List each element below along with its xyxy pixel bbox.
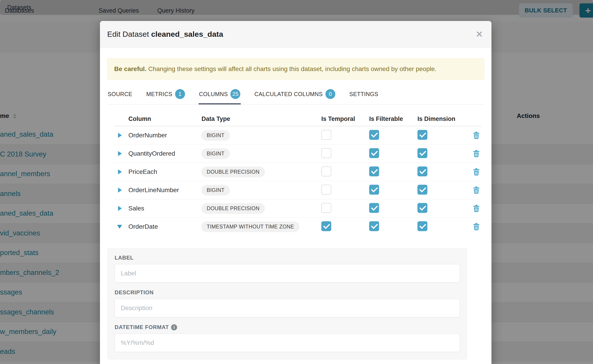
expand-caret-icon[interactable]	[118, 133, 122, 138]
modal-title: Edit Dataset cleaned_sales_data	[107, 30, 223, 39]
column-name: OrderDate	[127, 223, 200, 230]
data-type-pill: DOUBLE PRECISION	[201, 203, 265, 214]
expand-caret-icon[interactable]	[118, 188, 122, 193]
is-temporal-checkbox[interactable]	[321, 203, 331, 213]
is-dimension-checkbox[interactable]	[417, 203, 427, 213]
is-temporal-checkbox[interactable]	[321, 166, 331, 176]
data-type-pill: TIMESTAMP WITHOUT TIME ZONE	[201, 221, 299, 232]
is-dimension-checkbox[interactable]	[417, 221, 427, 231]
is-temporal-checkbox[interactable]	[321, 130, 331, 140]
column-row: OrderLineNumber BIGINT	[114, 181, 481, 199]
is-filterable-checkbox[interactable]	[369, 221, 379, 231]
is-filterable-header: Is Filterable	[369, 116, 417, 123]
is-filterable-checkbox[interactable]	[369, 203, 379, 213]
warning-text: Changing these settings will affect all …	[148, 65, 436, 72]
delete-icon[interactable]	[473, 223, 480, 230]
count-badge: 25	[231, 89, 240, 99]
column-row: Sales DOUBLE PRECISION	[114, 199, 481, 218]
label-field-label: LABEL	[115, 255, 467, 261]
modal-body: Be careful. Changing these settings will…	[100, 48, 491, 359]
column-row: OrderNumber BIGINT	[114, 126, 481, 144]
data-type-pill: BIGINT	[201, 185, 230, 195]
tab-columns[interactable]: COLUMNS 25	[198, 87, 241, 104]
column-name: QuantityOrdered	[127, 150, 200, 157]
column-row: PriceEach DOUBLE PRECISION	[114, 163, 481, 181]
column-name: OrderLineNumber	[127, 187, 200, 194]
column-row: QuantityOrdered BIGINT	[114, 144, 481, 163]
datetime-format-label-text: DATETIME FORMAT	[115, 324, 169, 330]
modal-title-dataset-name: cleaned_sales_data	[151, 30, 223, 38]
delete-icon[interactable]	[473, 186, 480, 194]
expand-caret-icon[interactable]	[118, 206, 122, 211]
modal-title-prefix: Edit Dataset	[107, 30, 149, 38]
is-dimension-header: Is Dimension	[417, 116, 465, 123]
label-input[interactable]	[115, 264, 460, 283]
data-type-pill: DOUBLE PRECISION	[201, 167, 265, 177]
expand-caret-icon[interactable]	[118, 169, 122, 174]
is-temporal-checkbox[interactable]	[321, 148, 331, 158]
is-filterable-checkbox[interactable]	[369, 166, 379, 176]
is-dimension-checkbox[interactable]	[417, 130, 427, 140]
column-name: OrderNumber	[127, 132, 200, 139]
tab-label: METRICS	[146, 91, 172, 98]
is-filterable-checkbox[interactable]	[369, 148, 379, 158]
warning-bold-text: Be careful.	[114, 65, 146, 72]
delete-icon[interactable]	[473, 168, 480, 176]
count-badge: 0	[325, 89, 335, 99]
edit-dataset-modal: Edit Dataset cleaned_sales_data ✕ Be car…	[100, 21, 491, 364]
tab-calculated-columns[interactable]: CALCULATED COLUMNS 0	[254, 87, 336, 104]
description-input[interactable]	[115, 299, 460, 317]
description-field-label: DESCRIPTION	[115, 289, 467, 296]
column-header: Column	[127, 116, 200, 123]
tab-label: CALCULATED COLUMNS	[254, 91, 323, 98]
collapse-caret-icon[interactable]	[117, 225, 122, 229]
is-temporal-header: Is Temporal	[321, 116, 369, 123]
delete-icon[interactable]	[473, 131, 480, 139]
tab-metrics[interactable]: METRICS 1	[146, 87, 185, 104]
is-dimension-checkbox[interactable]	[417, 185, 427, 195]
tab-source[interactable]: SOURCE	[107, 87, 133, 104]
data-type-header: Data Type	[200, 116, 321, 123]
tab-label: SETTINGS	[349, 91, 378, 98]
tab-label: COLUMNS	[199, 91, 228, 98]
data-type-pill: BIGINT	[201, 148, 230, 159]
tab-settings[interactable]: SETTINGS	[349, 87, 379, 104]
column-name: Sales	[127, 205, 200, 212]
count-badge: 1	[175, 89, 185, 99]
is-filterable-checkbox[interactable]	[369, 185, 379, 195]
datetime-format-field-label: DATETIME FORMAT i	[115, 324, 467, 330]
column-name: PriceEach	[127, 168, 200, 176]
column-detail-panel: LABEL DESCRIPTION DATETIME FORMAT i	[107, 248, 467, 359]
close-icon[interactable]: ✕	[476, 30, 483, 39]
is-dimension-checkbox[interactable]	[417, 166, 427, 176]
is-filterable-checkbox[interactable]	[369, 130, 379, 140]
is-dimension-checkbox[interactable]	[417, 148, 427, 158]
column-row-expanded: OrderDate TIMESTAMP WITHOUT TIME ZONE	[114, 218, 481, 236]
delete-icon[interactable]	[473, 150, 480, 157]
data-type-pill: BIGINT	[201, 130, 230, 141]
columns-table: Column Data Type Is Temporal Is Filterab…	[114, 112, 481, 236]
info-icon[interactable]: i	[171, 324, 177, 330]
datetime-format-input[interactable]	[115, 334, 460, 352]
is-temporal-checkbox[interactable]	[321, 221, 331, 231]
modal-header: Edit Dataset cleaned_sales_data ✕	[100, 21, 491, 48]
is-temporal-checkbox[interactable]	[321, 185, 331, 195]
label-field-label-text: LABEL	[115, 255, 134, 261]
modal-tabs: SOURCE METRICS 1 COLUMNS 25 CALCULATED C…	[107, 87, 484, 105]
warning-banner: Be careful. Changing these settings will…	[107, 58, 484, 80]
expand-caret-icon[interactable]	[118, 151, 122, 156]
tab-label: SOURCE	[108, 91, 132, 98]
delete-icon[interactable]	[473, 205, 480, 212]
description-field-label-text: DESCRIPTION	[115, 289, 154, 296]
columns-table-header: Column Data Type Is Temporal Is Filterab…	[114, 112, 481, 126]
